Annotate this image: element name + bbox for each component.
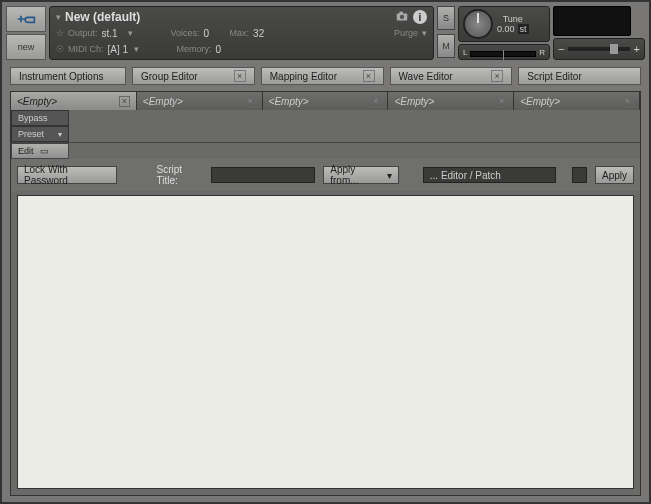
volume-minus[interactable]: − bbox=[558, 43, 564, 55]
script-canvas bbox=[17, 195, 634, 489]
script-title-label: Script Title: bbox=[157, 164, 204, 186]
group-editor-label: Group Editor bbox=[141, 71, 198, 82]
apply-from-dropdown[interactable]: Apply from...▾ bbox=[323, 166, 399, 184]
instrument-info-panel: ▾ New (default) i ☆ Output: st.1 ▾ Voice… bbox=[49, 6, 434, 60]
close-icon[interactable]: × bbox=[363, 70, 375, 82]
close-icon[interactable]: × bbox=[370, 96, 381, 107]
edit-page-icon: ▭ bbox=[40, 146, 49, 156]
midi-value[interactable]: [A] 1 bbox=[108, 44, 130, 55]
edit-button[interactable]: Edit▭ bbox=[11, 143, 69, 159]
wave-editor-button[interactable]: Wave Editor× bbox=[390, 67, 513, 85]
close-icon[interactable]: × bbox=[496, 96, 507, 107]
svg-point-1 bbox=[400, 15, 404, 19]
voices-label: Voices: bbox=[171, 28, 200, 38]
apply-label: Apply bbox=[602, 170, 627, 181]
editor-tabs-bar: Instrument Options Group Editor× Mapping… bbox=[2, 64, 649, 91]
mapping-editor-label: Mapping Editor bbox=[270, 71, 337, 82]
close-icon[interactable]: × bbox=[622, 96, 633, 107]
level-display bbox=[553, 6, 631, 36]
meter-left-label: L bbox=[463, 48, 467, 57]
tune-panel: Tune 0.00 st bbox=[458, 6, 550, 42]
purge-label[interactable]: Purge bbox=[394, 28, 418, 38]
script-tab-5[interactable]: <Empty>× bbox=[514, 92, 640, 110]
script-tab-4[interactable]: <Empty>× bbox=[388, 92, 514, 110]
editor-patch-field[interactable]: ... Editor / Patch bbox=[423, 167, 556, 183]
tune-value[interactable]: 0.00 bbox=[497, 24, 515, 34]
lock-with-password-button[interactable]: Lock With Password bbox=[17, 166, 117, 184]
chevron-down-icon[interactable]: ▾ bbox=[56, 12, 61, 22]
script-tab-3[interactable]: <Empty>× bbox=[263, 92, 389, 110]
script-editor-panel: <Empty>× <Empty>× <Empty>× <Empty>× <Emp… bbox=[10, 91, 641, 496]
output-label: ☆ bbox=[56, 28, 64, 38]
mapping-editor-button[interactable]: Mapping Editor× bbox=[261, 67, 384, 85]
mute-button[interactable]: M bbox=[437, 34, 455, 58]
camera-icon[interactable] bbox=[395, 9, 409, 25]
close-icon[interactable]: × bbox=[491, 70, 503, 82]
volume-slider[interactable] bbox=[568, 47, 629, 51]
apply-from-label: Apply from... bbox=[330, 164, 383, 186]
script-tabs: <Empty>× <Empty>× <Empty>× <Empty>× <Emp… bbox=[11, 92, 640, 110]
output-label-text: Output: bbox=[68, 28, 98, 38]
svg-rect-2 bbox=[399, 12, 403, 15]
group-editor-button[interactable]: Group Editor× bbox=[132, 67, 255, 85]
script-toolbar: Lock With Password Script Title: Apply f… bbox=[11, 159, 640, 191]
script-tab-1[interactable]: <Empty>× bbox=[11, 92, 137, 110]
tab-label: <Empty> bbox=[17, 96, 57, 107]
close-icon[interactable]: × bbox=[245, 96, 256, 107]
voices-value: 0 bbox=[204, 28, 226, 39]
script-editor-label: Script Editor bbox=[527, 71, 581, 82]
tab-label: <Empty> bbox=[394, 96, 434, 107]
instrument-header: new ▾ New (default) i ☆ Output: st.1 ▾ bbox=[2, 2, 649, 64]
lock-label: Lock With Password bbox=[24, 164, 110, 186]
instrument-options-label: Instrument Options bbox=[19, 71, 103, 82]
close-icon[interactable]: × bbox=[639, 4, 645, 15]
pan-meter[interactable]: L R bbox=[458, 44, 550, 60]
volume-plus[interactable]: + bbox=[634, 43, 640, 55]
memory-value: 0 bbox=[216, 44, 238, 55]
preset-dropdown[interactable]: Preset▾ bbox=[11, 126, 69, 142]
tab-label: <Empty> bbox=[143, 96, 183, 107]
apply-button[interactable]: Apply bbox=[595, 166, 634, 184]
solo-button[interactable]: S bbox=[437, 6, 455, 30]
info-icon[interactable]: i bbox=[413, 10, 427, 24]
meter-right-label: R bbox=[539, 48, 545, 57]
apply-checkbox[interactable] bbox=[572, 167, 587, 183]
editor-patch-label: ... Editor / Patch bbox=[430, 170, 501, 181]
new-instrument-button[interactable]: new bbox=[6, 34, 46, 60]
chevron-down-icon: ▾ bbox=[387, 170, 392, 181]
close-icon[interactable]: × bbox=[234, 70, 246, 82]
output-value[interactable]: st.1 bbox=[102, 28, 124, 39]
chevron-down-icon[interactable]: ▾ bbox=[134, 44, 139, 54]
preset-label: Preset bbox=[18, 129, 44, 139]
voices-max-value[interactable]: 32 bbox=[253, 28, 275, 39]
new-label: new bbox=[18, 42, 35, 52]
script-title-input[interactable] bbox=[211, 167, 315, 183]
tab-label: <Empty> bbox=[520, 96, 560, 107]
tune-knob[interactable] bbox=[463, 9, 493, 39]
tune-unit: st bbox=[518, 24, 529, 34]
script-tab-2[interactable]: <Empty>× bbox=[137, 92, 263, 110]
script-editor-button[interactable]: Script Editor bbox=[518, 67, 641, 85]
edit-label: Edit bbox=[18, 146, 34, 156]
close-icon[interactable]: × bbox=[119, 96, 130, 107]
wave-editor-label: Wave Editor bbox=[399, 71, 453, 82]
tune-label: Tune bbox=[503, 14, 523, 24]
volume-slider-row: − + bbox=[553, 38, 645, 60]
bypass-button[interactable]: Bypass bbox=[11, 110, 69, 126]
chevron-down-icon: ▾ bbox=[58, 130, 62, 139]
midi-label: MIDI Ch: bbox=[68, 44, 104, 54]
voices-max-label: Max: bbox=[230, 28, 250, 38]
midi-label-star: ☉ bbox=[56, 44, 64, 54]
tab-label: <Empty> bbox=[269, 96, 309, 107]
bypass-label: Bypass bbox=[18, 113, 48, 123]
instrument-options-button[interactable]: Instrument Options bbox=[10, 67, 126, 85]
instrument-title[interactable]: New (default) bbox=[65, 10, 140, 24]
chevron-down-icon[interactable]: ▾ bbox=[128, 28, 133, 38]
wrench-icon[interactable] bbox=[6, 6, 46, 32]
memory-label: Memory: bbox=[177, 44, 212, 54]
chevron-down-icon[interactable]: ▾ bbox=[422, 28, 427, 38]
